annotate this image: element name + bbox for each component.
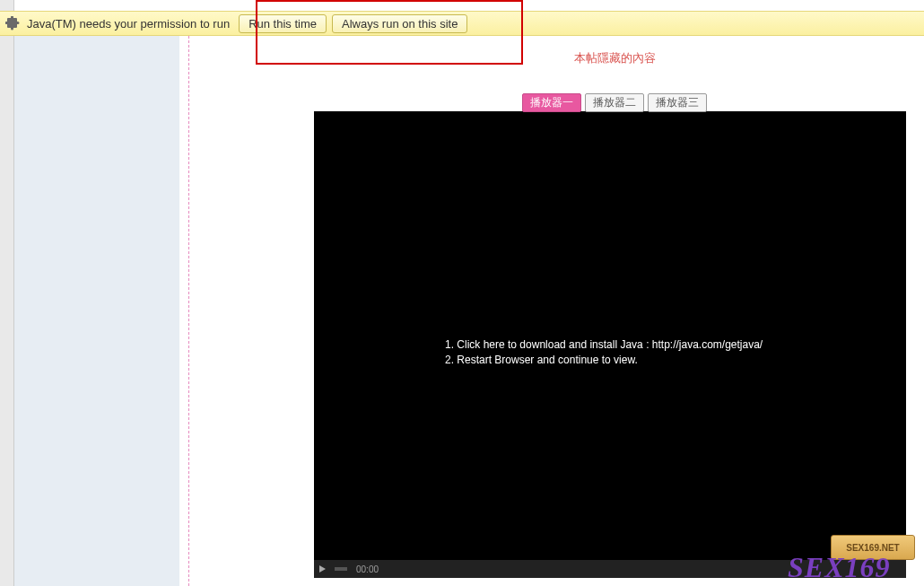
video-player: 1. Click here to download and install Ja… bbox=[314, 111, 906, 578]
sidebar-panel bbox=[14, 36, 179, 586]
puzzle-icon bbox=[5, 16, 20, 31]
plugin-message: Java(TM) needs your permission to run bbox=[27, 17, 230, 31]
player-tab-1[interactable]: 播放器一 bbox=[522, 93, 581, 112]
run-this-time-button[interactable]: Run this time bbox=[239, 14, 327, 33]
scrollbar-vertical[interactable] bbox=[0, 0, 14, 586]
player-tabs: 播放器一 播放器二 播放器三 bbox=[522, 93, 707, 112]
video-message-line-1[interactable]: 1. Click here to download and install Ja… bbox=[445, 337, 763, 353]
video-message: 1. Click here to download and install Ja… bbox=[445, 337, 763, 368]
always-run-button[interactable]: Always run on this site bbox=[332, 14, 467, 33]
play-icon[interactable] bbox=[319, 565, 326, 573]
plugin-permission-bar: Java(TM) needs your permission to run Ru… bbox=[0, 11, 924, 36]
video-message-line-2: 2. Restart Browser and continue to view. bbox=[445, 353, 763, 368]
hidden-content-notice: 本帖隱藏的內容 bbox=[574, 50, 656, 66]
dashed-divider bbox=[188, 36, 189, 586]
player-tab-3[interactable]: 播放器三 bbox=[648, 93, 707, 112]
time-display: 00:00 bbox=[356, 564, 379, 574]
progress-bar[interactable] bbox=[335, 567, 347, 571]
watermark-text: SEX169 bbox=[788, 551, 890, 584]
player-tab-2[interactable]: 播放器二 bbox=[585, 93, 644, 112]
